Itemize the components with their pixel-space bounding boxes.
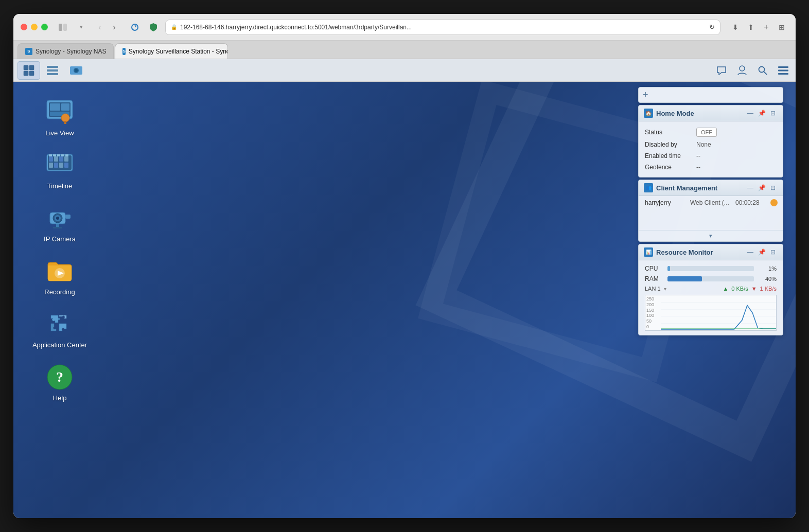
nav-buttons: ‹ ›	[93, 21, 121, 34]
svg-rect-18	[778, 73, 788, 75]
svg-rect-21	[50, 103, 60, 111]
ram-row: RAM 40%	[639, 274, 783, 284]
cpu-bar-container	[667, 266, 754, 271]
ip-camera-icon	[46, 204, 74, 232]
lan-up-value: 0 KB/s	[731, 286, 748, 292]
sidebar-item-help[interactable]: ? Help	[19, 357, 101, 408]
close-button[interactable]	[21, 24, 27, 30]
scroll-down-button[interactable]: ▾	[639, 230, 783, 241]
svg-rect-32	[49, 163, 53, 168]
minimize-button[interactable]	[31, 24, 38, 30]
svg-line-15	[764, 72, 767, 75]
user-icon[interactable]	[734, 62, 750, 79]
close-client-button[interactable]: ⊡	[768, 183, 778, 192]
svg-rect-38	[57, 154, 60, 156]
sidebar-toggle-button[interactable]	[56, 21, 69, 34]
traffic-lights	[21, 24, 48, 30]
chart-y-150: 150	[646, 308, 660, 313]
back-button[interactable]: ‹	[93, 21, 107, 34]
forward-button[interactable]: ›	[108, 21, 121, 34]
sidebar-item-timeline[interactable]: Timeline	[19, 145, 101, 196]
chat-icon[interactable]	[713, 62, 730, 79]
app-toolbar	[13, 59, 796, 82]
new-tab-icon[interactable]: +	[760, 21, 773, 34]
svg-rect-36	[49, 154, 52, 156]
enabled-time-value: --	[696, 152, 777, 159]
client-name: harryjerry	[645, 199, 686, 206]
svg-rect-16	[778, 66, 788, 68]
pin-client-button[interactable]: 📌	[757, 183, 766, 192]
reload-button[interactable]: ↻	[709, 23, 715, 31]
chart-y-50: 50	[646, 318, 660, 324]
application-center-label: Application Center	[32, 341, 87, 349]
menu-icon[interactable]	[775, 62, 792, 79]
network-chart: 250 200 150 100 50 0	[645, 295, 777, 331]
live-view-icon	[46, 98, 74, 126]
sidebar-item-application-center[interactable]: Application Center	[19, 304, 101, 355]
home-mode-header: 🏠 Home Mode — 📌 ⊡	[639, 105, 783, 121]
grid-view-button[interactable]	[17, 61, 40, 80]
add-widget-button[interactable]: +	[643, 90, 648, 100]
svg-rect-39	[61, 154, 64, 156]
surveillance-favicon: S	[122, 48, 125, 55]
ram-bar	[667, 276, 702, 281]
toggle-switch[interactable]: OFF	[696, 128, 717, 137]
geofence-value: --	[696, 164, 777, 171]
tab-synology-nas[interactable]: S Synology - Synology NAS	[17, 43, 114, 59]
svg-text:?: ?	[56, 369, 63, 385]
svg-rect-6	[29, 71, 34, 76]
search-icon[interactable]	[754, 62, 771, 79]
close-panel-button[interactable]: ⊡	[768, 109, 778, 118]
svg-rect-40	[65, 154, 68, 156]
svg-rect-1	[63, 24, 67, 31]
refresh-synology-button[interactable]	[128, 21, 142, 34]
enabled-time-row: Enabled time --	[645, 150, 777, 162]
client-management-header: 👥 Client Management — 📌 ⊡	[639, 180, 783, 196]
camera-view-button[interactable]	[65, 61, 87, 80]
tab-surveillance-station[interactable]: S Synology Surveillance Station - Synolo…	[115, 43, 228, 59]
list-view-button[interactable]	[41, 61, 64, 80]
svg-rect-0	[59, 24, 62, 31]
minimize-panel-button[interactable]: —	[746, 109, 755, 118]
home-mode-body: Status OFF Disabled by None Enabled time…	[639, 121, 783, 177]
pin-resource-button[interactable]: 📌	[757, 247, 766, 257]
sidebar-item-ip-camera[interactable]: IP Camera	[19, 198, 101, 249]
home-icon: 🏠	[644, 109, 653, 118]
close-resource-button[interactable]: ⊡	[768, 247, 778, 257]
resource-monitor-panel: 📊 Resource Monitor — 📌 ⊡ CPU 1%	[638, 244, 783, 335]
client-status-dot	[770, 199, 778, 206]
svg-point-14	[759, 66, 765, 72]
title-bar: ▾ ‹ › 🔒 192-168-68-146.harryjerry.direct…	[13, 14, 796, 41]
sidebar-toggle-arrow[interactable]: ▾	[75, 21, 88, 34]
sidebar-item-recording[interactable]: Recording	[19, 251, 101, 302]
lan-label: LAN 1	[645, 286, 661, 292]
disabled-by-row: Disabled by None	[645, 139, 777, 150]
cpu-pct: 1%	[758, 265, 777, 272]
svg-point-44	[56, 217, 59, 220]
client-icon: 👥	[644, 183, 653, 192]
cpu-bar	[667, 266, 670, 271]
address-bar[interactable]: 🔒 192-168-68-146.harryjerry.direct.quick…	[165, 20, 720, 35]
browser-window: ▾ ‹ › 🔒 192-168-68-146.harryjerry.direct…	[13, 14, 796, 518]
svg-rect-7	[47, 66, 58, 68]
client-management-header-left: 👥 Client Management	[644, 183, 717, 192]
toolbar-right-group	[713, 62, 792, 79]
lan-up-arrow: ▲	[723, 286, 728, 292]
share-icon[interactable]: ⬆	[744, 21, 758, 34]
minimize-resource-button[interactable]: —	[746, 247, 755, 257]
svg-rect-8	[47, 69, 58, 72]
pin-panel-button[interactable]: 📌	[757, 109, 766, 118]
recording-icon	[46, 257, 74, 285]
sidebar-item-live-view[interactable]: Live View	[19, 92, 101, 143]
maximize-button[interactable]	[41, 24, 48, 30]
svg-rect-34	[59, 163, 63, 168]
svg-rect-35	[64, 163, 68, 168]
client-row: harryjerry Web Client (... 00:00:28 ▲	[639, 196, 783, 209]
minimize-client-button[interactable]: —	[746, 183, 755, 192]
home-mode-controls: — 📌 ⊡	[746, 109, 778, 118]
download-icon[interactable]: ⬇	[729, 21, 742, 34]
grid-icon[interactable]: ⊞	[775, 21, 788, 34]
svg-rect-45	[65, 215, 71, 219]
chart-y-labels: 250 200 150 100 50 0	[645, 295, 661, 330]
lan-down-arrow: ▼	[751, 286, 757, 292]
